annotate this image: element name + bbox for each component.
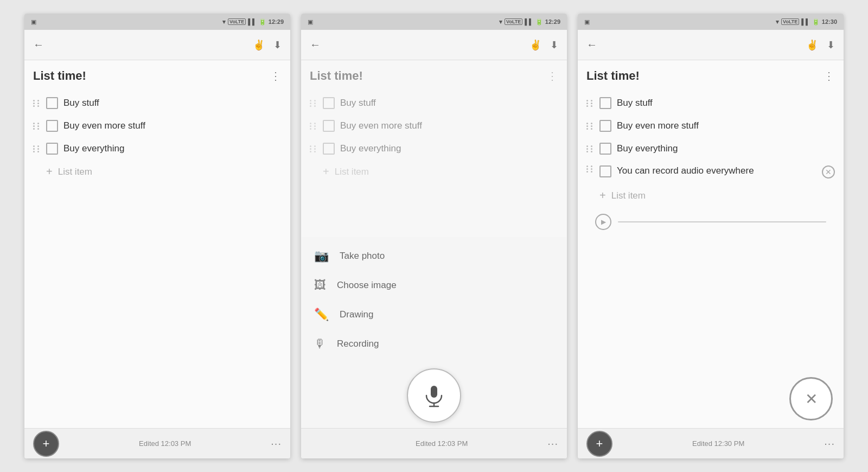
status-bar-2: ▣ ▾ VoLTE ▌▌ 🔋 12:29	[301, 14, 567, 30]
checkbox-3-2[interactable]	[599, 120, 611, 132]
add-icon-1: +	[46, 165, 53, 178]
recording-label: Recording	[337, 339, 379, 349]
back-button-2[interactable]: ←	[310, 39, 321, 51]
phone-screen-1: ▣ ▾ VoLTE ▌▌ 🔋 12:29 ← ✌ ⬇ List time! ⋮	[24, 14, 290, 458]
take-photo-item[interactable]: 📷 Take photo	[301, 241, 567, 271]
sim-icon-2: ▣	[308, 18, 313, 25]
download-icon-3[interactable]: ⬇	[827, 39, 835, 51]
touch-icon-2[interactable]: ✌	[529, 39, 541, 51]
checkbox-1-2[interactable]	[46, 120, 58, 132]
image-icon: 🖼	[314, 278, 326, 292]
checkbox-3-1[interactable]	[599, 97, 611, 109]
drag-handle-1-2[interactable]	[33, 123, 41, 130]
svg-rect-0	[431, 386, 437, 398]
add-icon-2: +	[323, 165, 329, 178]
checkbox-3-4[interactable]	[599, 165, 611, 177]
add-button-3[interactable]: +	[586, 431, 612, 457]
touch-icon-1[interactable]: ✌	[253, 39, 265, 51]
battery-icon-2: 🔋	[535, 18, 543, 25]
drag-handle-1-3[interactable]	[33, 145, 41, 152]
status-bar-3: ▣ ▾ VoLTE ▌▌ 🔋 12:30	[578, 14, 844, 30]
list-item-2-2: Buy even more stuff	[310, 114, 558, 137]
choose-image-label: Choose image	[337, 280, 397, 291]
checkbox-2-1[interactable]	[323, 97, 335, 109]
list-item-1-3: Buy everything	[33, 137, 282, 160]
mic-fab-button[interactable]	[407, 368, 461, 423]
add-item-row-3[interactable]: + List item	[586, 184, 835, 207]
signal-icon-1: ▌▌	[248, 18, 257, 25]
wifi-icon-2: ▾	[499, 18, 502, 25]
drag-handle-2-1[interactable]	[310, 100, 317, 107]
list-item-1-1: Buy stuff	[33, 92, 282, 114]
toolbar-1: ← ✌ ⬇	[24, 30, 290, 60]
toolbar-icons-3: ✌ ⬇	[806, 39, 835, 51]
list-item-3-3: Buy everything	[586, 137, 835, 160]
drag-handle-3-4[interactable]	[586, 165, 594, 173]
play-button-3[interactable]: ▶	[595, 214, 611, 230]
checkbox-3-3[interactable]	[599, 143, 611, 155]
item-text-3-3: Buy everything	[617, 143, 835, 154]
audio-progress-bar[interactable]	[618, 221, 826, 222]
download-icon-1[interactable]: ⬇	[273, 39, 282, 51]
list-item-1-2: Buy even more stuff	[33, 114, 282, 137]
item-text-2-1: Buy stuff	[340, 98, 558, 109]
volte-badge-3: VoLTE	[781, 18, 799, 25]
status-left-2: ▣	[308, 18, 313, 25]
checkbox-2-2[interactable]	[323, 120, 335, 132]
signal-icon-2: ▌▌	[525, 18, 533, 25]
drag-handle-3-1[interactable]	[586, 100, 594, 107]
list-item-3-1: Buy stuff	[586, 92, 835, 114]
bottom-bar-2: Edited 12:03 PM ···	[301, 428, 567, 458]
add-button-1[interactable]: +	[33, 431, 59, 457]
back-button-1[interactable]: ←	[33, 39, 44, 51]
drag-handle-2-3[interactable]	[310, 145, 317, 152]
add-placeholder-2: List item	[335, 167, 369, 177]
add-placeholder-1: List item	[58, 167, 92, 177]
edited-text-2: Edited 12:03 PM	[416, 439, 468, 448]
mic-icon	[422, 384, 446, 407]
back-button-3[interactable]: ←	[586, 39, 597, 51]
list-title-2: List time!	[310, 69, 363, 83]
drag-handle-1-1[interactable]	[33, 100, 41, 107]
bottom-more-1[interactable]: ···	[271, 437, 282, 450]
cancel-recording-fab[interactable]: ✕	[789, 377, 833, 420]
add-placeholder-3: List item	[611, 190, 646, 201]
bottom-more-2[interactable]: ···	[547, 437, 558, 450]
drag-handle-2-2[interactable]	[310, 123, 317, 130]
checkbox-1-1[interactable]	[46, 97, 58, 109]
drag-handle-3-3[interactable]	[586, 145, 594, 152]
bottom-bar-1: + Edited 12:03 PM ···	[24, 428, 290, 458]
touch-icon-3[interactable]: ✌	[806, 39, 818, 51]
toolbar-2: ← ✌ ⬇	[301, 30, 567, 60]
drag-handle-3-2[interactable]	[586, 123, 594, 130]
more-menu-2[interactable]: ⋮	[547, 69, 558, 82]
item-text-2-3: Buy everything	[340, 143, 558, 154]
download-icon-2[interactable]: ⬇	[550, 39, 558, 51]
new-item-text-3: You can record audio everywhere	[617, 165, 816, 176]
audio-bar-3: ▶	[586, 207, 835, 237]
item-text-2-2: Buy even more stuff	[340, 120, 558, 131]
drawing-label: Drawing	[340, 309, 373, 320]
status-bar-1: ▣ ▾ VoLTE ▌▌ 🔋 12:29	[24, 14, 290, 30]
add-item-row-1[interactable]: + List item	[33, 160, 282, 183]
add-item-row-2[interactable]: + List item	[310, 160, 558, 183]
list-item-3-2: Buy even more stuff	[586, 114, 835, 137]
item-text-1-3: Buy everything	[63, 143, 282, 154]
edited-text-1: Edited 12:03 PM	[139, 439, 191, 448]
cancel-new-item-btn[interactable]: ✕	[822, 165, 835, 178]
phone-screen-3: ▣ ▾ VoLTE ▌▌ 🔋 12:30 ← ✌ ⬇ List time! ⋮	[578, 14, 844, 458]
recording-item[interactable]: 🎙 Recording	[301, 329, 567, 359]
add-icon-3: +	[599, 189, 606, 202]
drawing-icon: ✏️	[314, 308, 329, 322]
title-row-3: List time! ⋮	[586, 69, 835, 83]
more-menu-1[interactable]: ⋮	[270, 69, 282, 82]
checkbox-1-3[interactable]	[46, 143, 58, 155]
drawing-item[interactable]: ✏️ Drawing	[301, 300, 567, 329]
more-menu-3[interactable]: ⋮	[824, 69, 835, 82]
checkbox-2-3[interactable]	[323, 143, 335, 155]
bottom-more-3[interactable]: ···	[824, 437, 835, 450]
choose-image-item[interactable]: 🖼 Choose image	[301, 271, 567, 300]
bottom-bar-3: + Edited 12:30 PM ···	[578, 428, 844, 458]
edited-text-3: Edited 12:30 PM	[692, 439, 744, 448]
toolbar-3: ← ✌ ⬇	[578, 30, 844, 60]
